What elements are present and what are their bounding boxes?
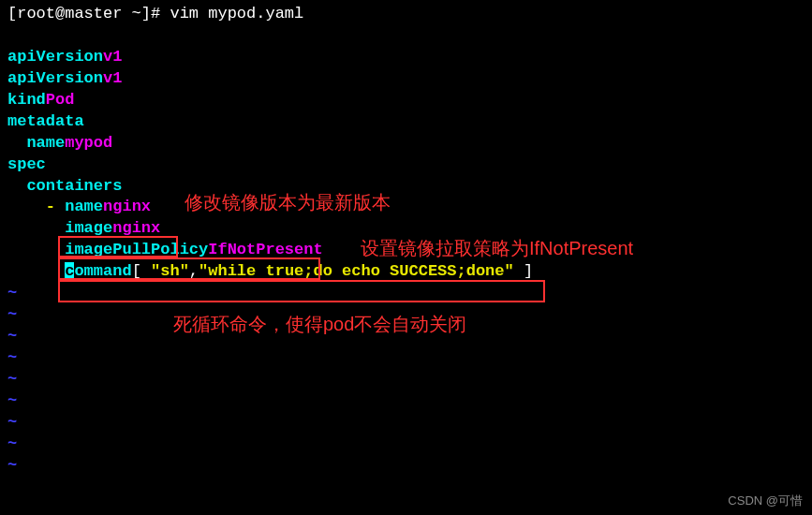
yaml-line: metadata bbox=[7, 111, 805, 133]
shell-command: vim mypod.yaml bbox=[170, 5, 303, 22]
annotation-image-version: 修改镜像版本为最新版本 bbox=[185, 190, 391, 215]
yaml-string: "while true;do echo SUCCESS;done" bbox=[199, 262, 514, 280]
yaml-value: Pod bbox=[46, 91, 75, 109]
yaml-line: apiVersionv1 bbox=[7, 68, 805, 90]
vim-tilde-line: ~ bbox=[7, 347, 805, 369]
cursor: c bbox=[65, 262, 74, 280]
vim-tilde-line: ~ bbox=[7, 455, 805, 477]
vim-tilde-line: ~ bbox=[7, 434, 805, 455]
yaml-key: apiVersion bbox=[7, 48, 103, 66]
yaml-value: mypod bbox=[65, 134, 112, 152]
yaml-key: containers bbox=[26, 177, 122, 195]
yaml-line: spec bbox=[7, 154, 805, 176]
yaml-line: containers bbox=[7, 176, 805, 198]
shell-prompt: [root@master ~]# bbox=[7, 5, 170, 22]
yaml-value: v1 bbox=[103, 69, 122, 87]
vim-tilde-line: ~ bbox=[7, 412, 805, 434]
yaml-value: nginx bbox=[103, 198, 151, 215]
prompt-line: [root@master ~]# vim mypod.yaml bbox=[7, 4, 805, 25]
yaml-key: metadata bbox=[7, 112, 84, 130]
yaml-key: apiVersion bbox=[7, 69, 103, 87]
yaml-value: IfNotPresent bbox=[208, 241, 322, 258]
blank-line bbox=[7, 25, 805, 47]
yaml-key: imagePullPolicy bbox=[65, 241, 208, 258]
vim-tilde-line: ~ bbox=[7, 369, 805, 390]
yaml-line: command[ "sh","while true;do echo SUCCES… bbox=[7, 261, 805, 283]
watermark: CSDN @可惜 bbox=[728, 493, 803, 509]
yaml-string: "sh" bbox=[151, 262, 189, 280]
yaml-value: nginx bbox=[112, 219, 160, 237]
yaml-key: image bbox=[65, 219, 112, 237]
yaml-key: name bbox=[65, 198, 103, 215]
yaml-dash: - bbox=[46, 198, 65, 215]
annotation-loop-command: 死循环命令，使得pod不会自动关闭 bbox=[173, 312, 466, 337]
yaml-value: v1 bbox=[103, 48, 122, 66]
vim-tilde-line: ~ bbox=[7, 390, 805, 412]
yaml-key: kind bbox=[7, 91, 46, 109]
yaml-key: name bbox=[26, 134, 65, 152]
yaml-line: - namenginx bbox=[7, 197, 805, 218]
yaml-line: apiVersionv1 bbox=[7, 47, 805, 68]
vim-tilde-line: ~ bbox=[7, 283, 805, 304]
yaml-line: namemypod bbox=[7, 133, 805, 154]
yaml-key: spec bbox=[7, 155, 46, 173]
yaml-line: kindPod bbox=[7, 90, 805, 111]
annotation-pull-policy: 设置镜像拉取策略为IfNotPresent bbox=[361, 236, 633, 261]
yaml-key: ommand bbox=[74, 262, 131, 280]
